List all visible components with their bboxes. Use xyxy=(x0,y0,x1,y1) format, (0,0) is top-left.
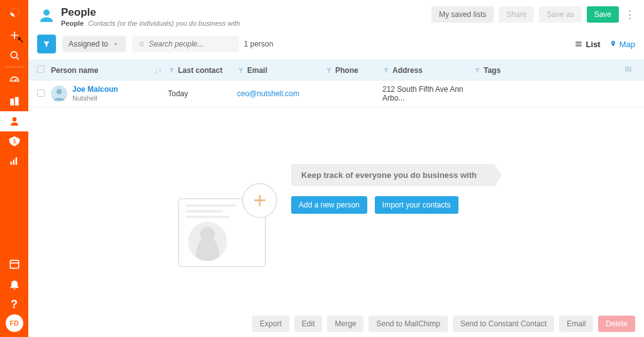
main: People People Contacts (or the individua… xyxy=(28,0,644,337)
filter-icon xyxy=(382,67,390,74)
svg-rect-7 xyxy=(630,67,631,72)
more-menu-icon[interactable] xyxy=(624,10,635,19)
email-button[interactable]: Email xyxy=(559,316,593,332)
nav-help-icon[interactable]: ? xyxy=(0,294,28,314)
import-contacts-button[interactable]: Import your contacts xyxy=(375,196,458,214)
search-input-wrapper[interactable] xyxy=(132,36,239,52)
search-icon xyxy=(138,40,145,48)
plus-icon: + xyxy=(242,183,277,218)
svg-rect-6 xyxy=(628,67,629,72)
columns-button[interactable] xyxy=(624,65,635,75)
sidebar: $ ? FD xyxy=(0,0,28,337)
nav-companies-icon[interactable] xyxy=(0,91,28,111)
svg-point-1 xyxy=(11,52,17,58)
add-person-button[interactable]: Add a new person xyxy=(291,196,367,214)
toolbar: Assigned to 1 person List Map xyxy=(28,31,644,60)
logo-icon[interactable] xyxy=(0,0,28,25)
merge-button[interactable]: Merge xyxy=(327,316,364,332)
svg-point-4 xyxy=(140,42,143,45)
table-header: Person name ↓↑ Last contact Email Phone … xyxy=(28,60,644,80)
svg-rect-5 xyxy=(625,67,626,72)
cell-address: 212 South Fifth Ave Ann Arbo... xyxy=(382,85,474,102)
row-checkbox[interactable] xyxy=(37,89,45,97)
map-view-button[interactable]: Map xyxy=(609,40,635,49)
filter-icon xyxy=(474,67,481,74)
col-address[interactable]: Address xyxy=(382,66,474,75)
cell-email: ceo@nutshell.com xyxy=(237,89,325,98)
page-header: People People Contacts (or the individua… xyxy=(28,0,644,31)
empty-state-headline: Keep track of everyone you do business w… xyxy=(291,164,494,186)
nav-dashboard-icon[interactable] xyxy=(0,71,28,91)
chevron-down-icon xyxy=(112,40,119,48)
table-row[interactable]: Joe Malcoun Nutshell Today ceo@nutshell.… xyxy=(28,80,644,108)
filter-icon xyxy=(168,67,175,74)
assigned-filter[interactable]: Assigned to xyxy=(62,36,126,52)
page-title: People xyxy=(61,6,240,19)
empty-state: + Keep track of everyone you do business… xyxy=(28,164,644,214)
avatar xyxy=(51,86,67,102)
nav-reports-icon[interactable] xyxy=(0,152,28,172)
search-icon[interactable] xyxy=(0,45,28,65)
save-as-button[interactable]: Save as xyxy=(539,6,581,23)
search-input[interactable] xyxy=(148,40,232,48)
bulk-action-footer: Export Edit Merge Send to MailChimp Send… xyxy=(28,311,644,337)
share-button[interactable]: Share xyxy=(499,6,534,23)
col-last[interactable]: Last contact xyxy=(168,66,237,75)
person-name[interactable]: Joe Malcoun xyxy=(72,86,118,94)
select-all-checkbox[interactable] xyxy=(37,65,45,73)
list-view-button[interactable]: List xyxy=(574,40,601,49)
page-subtitle: People Contacts (or the individuals) you… xyxy=(61,19,240,27)
nav-people-icon[interactable] xyxy=(0,111,28,131)
save-button[interactable]: Save xyxy=(587,6,619,23)
delete-button[interactable]: Delete xyxy=(598,316,635,332)
nav-notifications-icon[interactable] xyxy=(0,274,28,294)
send-mailchimp-button[interactable]: Send to MailChimp xyxy=(369,316,447,332)
svg-rect-3 xyxy=(10,260,18,268)
send-constantcontact-button[interactable]: Send to Constant Contact xyxy=(453,316,554,332)
sort-icon: ↓↑ xyxy=(155,67,162,74)
result-count: 1 person xyxy=(244,40,274,48)
col-email[interactable]: Email xyxy=(237,66,325,75)
email-link[interactable]: ceo@nutshell.com xyxy=(237,89,299,98)
add-icon[interactable] xyxy=(0,25,28,45)
col-tags[interactable]: Tags xyxy=(474,66,624,75)
people-icon xyxy=(37,6,56,25)
list-icon xyxy=(574,40,583,48)
col-name[interactable]: Person name ↓↑ xyxy=(51,66,168,75)
silhouette-icon xyxy=(188,222,227,261)
edit-button[interactable]: Edit xyxy=(294,316,323,332)
cell-last: Today xyxy=(168,89,237,98)
filter-icon xyxy=(325,67,333,74)
nav-leads-icon[interactable]: $ xyxy=(0,131,28,152)
saved-lists-button[interactable]: My saved lists xyxy=(431,6,494,23)
export-button[interactable]: Export xyxy=(252,316,289,332)
person-company[interactable]: Nutshell xyxy=(72,94,118,102)
svg-text:$: $ xyxy=(13,138,16,145)
filter-icon xyxy=(237,67,245,74)
svg-point-9 xyxy=(57,89,62,94)
user-avatar[interactable]: FD xyxy=(6,314,23,332)
col-phone[interactable]: Phone xyxy=(325,66,382,75)
filter-button[interactable] xyxy=(37,35,56,53)
pin-icon xyxy=(609,40,617,48)
nav-calendar-icon[interactable] xyxy=(0,254,28,274)
